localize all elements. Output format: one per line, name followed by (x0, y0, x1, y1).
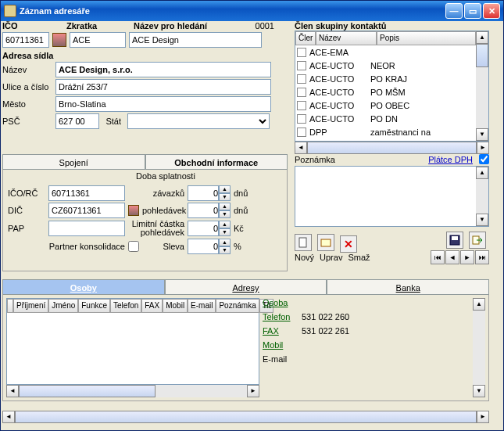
col-popis[interactable]: Popis (377, 31, 476, 45)
platce-link[interactable]: Plátce DPH (428, 155, 473, 164)
stat-select[interactable] (127, 113, 270, 129)
persons-col[interactable]: Příjmení (13, 299, 48, 313)
pct: % (234, 242, 241, 251)
partner-checkbox[interactable] (128, 241, 139, 252)
nav-prev[interactable]: ◄ (445, 250, 459, 264)
fax-value: 531 022 261 (302, 326, 349, 336)
dnu1: dnů (234, 189, 248, 198)
icorc-label: IČO/RČ (8, 189, 45, 198)
telefon-value: 531 022 260 (302, 312, 349, 321)
persons-col[interactable]: Poznámka (216, 299, 259, 313)
app-icon (4, 5, 16, 17)
save-button[interactable] (446, 232, 463, 249)
address-nazev-label: Název (2, 65, 52, 74)
mobil-link[interactable]: Mobil (263, 340, 298, 350)
poznamka-textarea[interactable] (295, 167, 476, 226)
osoba-link[interactable]: Osoba (263, 298, 298, 307)
sleva-label: Sleva (142, 242, 184, 251)
zkratka-input[interactable] (70, 32, 126, 48)
ulice-label: Ulice a číslo (2, 82, 52, 92)
telefon-link[interactable]: Telefon (263, 312, 298, 321)
zavazku-label: závazků (128, 189, 184, 198)
member-row[interactable]: ACE-EMA (295, 45, 476, 59)
svg-rect-1 (321, 239, 331, 246)
sleva-spin[interactable]: ▲▼ (188, 239, 231, 254)
member-row[interactable]: ACE-UCTONEOR (295, 59, 476, 72)
nav-first[interactable]: ⏮ (431, 250, 445, 264)
member-row[interactable]: ACE-UCTOPO KRAJ (295, 72, 476, 85)
record-number: 0001 (246, 21, 274, 31)
col-nazev[interactable]: Název (316, 31, 377, 45)
email-label: E-mail (263, 354, 298, 364)
nav-last[interactable]: ⏭ (475, 250, 489, 264)
persons-col[interactable]: Funkce (78, 299, 110, 313)
titlebar: Záznam adresáře — ▭ ✕ (1, 1, 503, 21)
close-button[interactable]: ✕ (483, 3, 500, 19)
doc-icon-2[interactable] (128, 205, 139, 216)
pohledavek-spin[interactable]: ▲▼ (188, 203, 231, 218)
ulice-input[interactable] (55, 79, 271, 95)
member-row[interactable]: DPPzaměstnanci na (295, 125, 476, 138)
nazev-input[interactable] (129, 32, 262, 48)
psc-input[interactable] (55, 113, 99, 129)
col-cler[interactable]: Čler (295, 31, 316, 45)
member-header: Člen skupiny kontaktů (295, 21, 489, 31)
limit-label: Limitní částka pohledávek (128, 220, 184, 237)
platce-checkbox[interactable] (479, 154, 489, 164)
pohledavek-label: pohledávek (142, 206, 184, 215)
new-button[interactable] (295, 234, 312, 251)
member-row[interactable]: ACE-UCTOPO DN (295, 112, 476, 125)
partner-label: Partner konsolidace (48, 242, 125, 251)
member-scroll[interactable]: ▲ ▼ (476, 31, 488, 141)
exit-button[interactable] (469, 232, 486, 249)
persons-col[interactable]: Jméno (48, 299, 78, 313)
limit-spin[interactable]: ▲▼ (188, 221, 231, 236)
persons-col[interactable]: FAX (141, 299, 163, 313)
persons-body[interactable] (7, 313, 259, 383)
zavazku-spin[interactable]: ▲▼ (188, 185, 231, 201)
zkratka-label: Zkratka (66, 21, 130, 31)
mesto-input[interactable] (55, 96, 271, 112)
dic-input[interactable] (48, 203, 125, 218)
nav-next[interactable]: ► (460, 250, 474, 264)
svg-rect-3 (452, 236, 458, 240)
maximize-button[interactable]: ▭ (464, 3, 481, 19)
address-nazev-input[interactable] (55, 62, 271, 77)
tab-spojeni[interactable]: Spojení (2, 154, 145, 170)
pap-label: PAP (8, 224, 45, 233)
window-title: Záznam adresáře (20, 6, 445, 16)
minimize-button[interactable]: — (445, 3, 463, 19)
dic-label: DIČ (8, 206, 45, 215)
persons-col[interactable]: Telefon (110, 299, 141, 313)
mesto-label: Město (2, 99, 52, 109)
member-row[interactable]: ACE-UCTOPO OBEC (295, 99, 476, 112)
dnu2: dnů (234, 206, 248, 215)
psc-label: PSČ (2, 117, 52, 126)
stat-label: Stát (102, 117, 124, 126)
member-hscroll[interactable]: ◄► (295, 142, 489, 154)
poznamka-label: Poznámka (295, 155, 335, 164)
icorc-input[interactable] (48, 185, 125, 201)
edit-button[interactable] (317, 234, 334, 251)
delete-button[interactable]: ✕ (340, 235, 357, 253)
kc: Kč (234, 224, 244, 233)
member-row[interactable]: ACE-UCTOPO MŠM (295, 85, 476, 99)
fax-link[interactable]: FAX (263, 326, 298, 336)
uprav-label: Uprav (320, 253, 342, 262)
tab-obchodni[interactable]: Obchodní informace (145, 154, 288, 170)
bottom-hscroll[interactable]: ◄► (2, 411, 489, 423)
doc-icon[interactable] (52, 33, 66, 47)
svg-rect-0 (299, 238, 306, 247)
details-scroll[interactable]: ▲▼ (473, 298, 485, 397)
tab-osoby[interactable]: Osoby (2, 279, 165, 295)
doba-label: Doba splatnosti (136, 171, 195, 181)
tab-banka[interactable]: Banka (327, 279, 489, 295)
ico-input[interactable] (2, 32, 49, 48)
address-header: Adresa sídla (2, 51, 288, 60)
tab-adresy[interactable]: Adresy (165, 279, 327, 295)
persons-hscroll[interactable]: ◄► (6, 385, 259, 397)
pap-input[interactable] (48, 221, 125, 236)
persons-col[interactable]: Mobil (163, 299, 188, 313)
note-scroll[interactable]: ▲▼ (476, 167, 488, 226)
persons-col[interactable]: E-mail (188, 299, 216, 313)
